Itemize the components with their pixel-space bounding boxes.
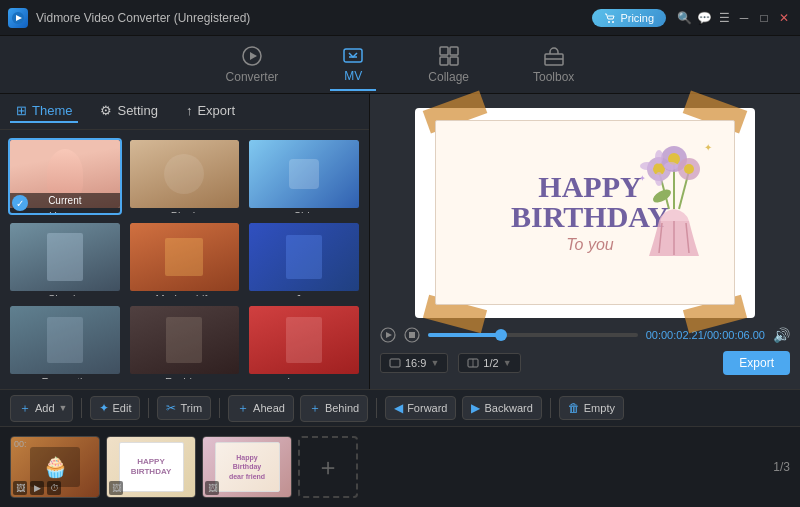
svg-text:✦: ✦	[639, 174, 646, 183]
tab-setting[interactable]: ⚙ Setting	[94, 100, 163, 123]
svg-point-20	[651, 187, 673, 206]
aspect-dropdown-arrow: ▼	[430, 358, 439, 368]
nav-collage[interactable]: Collage	[416, 39, 481, 90]
theme-romantic[interactable]: Romantic	[8, 304, 122, 381]
svg-point-3	[612, 21, 614, 23]
timeline-clip-2[interactable]: HAPPYBIRTHDAY 🖼	[106, 436, 196, 498]
nav-toolbox[interactable]: Toolbox	[521, 39, 586, 90]
app-title: Vidmore Video Converter (Unregistered)	[36, 11, 592, 25]
timeline-clip-1[interactable]: 🧁 00: 🖼 ▶ ⏱	[10, 436, 100, 498]
nav-converter[interactable]: Converter	[214, 39, 291, 90]
nav-mv[interactable]: MV	[330, 38, 376, 91]
timeline-add-button[interactable]: ＋	[298, 436, 358, 498]
add-button[interactable]: ＋ Add ▼	[10, 395, 73, 422]
nav-bar: Converter MV Collage Toolbox	[0, 36, 800, 94]
toolbar: ＋ Add ▼ ✦ Edit ✂ Trim ＋ Ahead ＋ Behind ◀…	[0, 389, 800, 427]
trim-button[interactable]: ✂ Trim	[157, 396, 211, 420]
clip1-photo-icon: 🖼	[13, 481, 27, 495]
play-button[interactable]	[380, 327, 396, 343]
svg-rect-9	[450, 47, 458, 55]
backward-button[interactable]: ▶ Backward	[462, 396, 541, 420]
flower-svg: ✦ ✦	[624, 131, 724, 261]
edit-button[interactable]: ✦ Edit	[90, 396, 141, 420]
theme-simple[interactable]: Simple	[8, 221, 122, 298]
messages-button[interactable]: 💬	[696, 10, 712, 26]
clip1-clock-icon: ⏱	[47, 481, 61, 495]
theme-thumb-leisure	[249, 306, 359, 374]
maximize-button[interactable]: □	[756, 10, 772, 26]
behind-button[interactable]: ＋ Behind	[300, 395, 368, 422]
toolbox-icon	[543, 45, 565, 67]
preview-frame: ✦ ✦ HAPPY BIRTHDAY To you	[415, 108, 755, 318]
page-indicator: 1/3	[773, 460, 790, 474]
clip2-photo-icon: 🖼	[109, 481, 123, 495]
clip1-play-icon: ▶	[30, 481, 44, 495]
aspect-ratio-icon	[389, 358, 401, 368]
theme-modern-life[interactable]: Modern Life	[128, 221, 242, 298]
player-controls: 00:00:02.21/00:00:06.00 🔊	[380, 321, 790, 347]
export-button[interactable]: Export	[723, 351, 790, 375]
sep-1	[81, 398, 82, 418]
empty-icon: 🗑	[568, 401, 580, 415]
theme-happy[interactable]: Current Happy ✓	[8, 138, 122, 215]
format-left: 16:9 ▼ 1/2 ▼	[380, 353, 521, 373]
svg-text:✦: ✦	[704, 142, 712, 153]
converter-icon	[241, 45, 263, 67]
svg-point-28	[640, 162, 654, 170]
theme-thumb-chic	[249, 140, 359, 208]
progress-bar[interactable]	[428, 333, 638, 337]
backward-icon: ▶	[471, 401, 480, 415]
tab-theme[interactable]: ⊞ Theme	[10, 100, 78, 123]
search-button[interactable]: 🔍	[676, 10, 692, 26]
theme-chic-label: Chic	[249, 208, 359, 215]
tab-export[interactable]: ↑ Export	[180, 100, 241, 123]
minimize-button[interactable]: ─	[736, 10, 752, 26]
aspect-ratio-select[interactable]: 16:9 ▼	[380, 353, 448, 373]
stop-button[interactable]	[404, 327, 420, 343]
add-plus-icon: ＋	[316, 451, 340, 483]
empty-button[interactable]: 🗑 Empty	[559, 396, 624, 420]
format-bar: 16:9 ▼ 1/2 ▼ Export	[380, 347, 790, 379]
clip2-icons: 🖼	[109, 481, 123, 495]
main-area: ⊞ Theme ⚙ Setting ↑ Export	[0, 94, 800, 389]
timeline-clip-3[interactable]: HappyBirthdaydear friend 🖼	[202, 436, 292, 498]
close-button[interactable]: ✕	[776, 10, 792, 26]
theme-blank[interactable]: Blank	[128, 138, 242, 215]
theme-chic[interactable]: Chic	[247, 138, 361, 215]
edit-icon: ✦	[99, 401, 109, 415]
volume-button[interactable]: 🔊	[773, 327, 790, 343]
export-tab-icon: ↑	[186, 103, 193, 118]
ahead-button[interactable]: ＋ Ahead	[228, 395, 294, 422]
mv-icon	[342, 44, 364, 66]
behind-icon: ＋	[309, 400, 321, 417]
preview-area: ✦ ✦ HAPPY BIRTHDAY To you	[380, 104, 790, 321]
clip1-time: 00:	[14, 439, 27, 449]
cart-icon	[604, 12, 616, 24]
theme-grid: Current Happy ✓ Blank	[0, 130, 369, 389]
theme-leisure[interactable]: Lesure	[247, 304, 361, 381]
theme-modernlife-label: Modern Life	[130, 291, 240, 298]
menu-button[interactable]: ☰	[716, 10, 732, 26]
theme-thumb-romantic	[10, 306, 120, 374]
left-panel: ⊞ Theme ⚙ Setting ↑ Export	[0, 94, 370, 389]
pricing-button[interactable]: Pricing	[592, 9, 666, 27]
forward-button[interactable]: ◀ Forward	[385, 396, 456, 420]
collage-icon	[438, 45, 460, 67]
setting-tab-icon: ⚙	[100, 103, 112, 118]
clip3-photo-icon: 🖼	[205, 481, 219, 495]
add-arrow: ▼	[59, 403, 68, 413]
resolution-select[interactable]: 1/2 ▼	[458, 353, 520, 373]
resolution-icon	[467, 358, 479, 368]
stop-icon	[404, 327, 420, 343]
svg-point-27	[655, 150, 663, 164]
theme-joy[interactable]: Joy	[247, 221, 361, 298]
theme-thumb-joy	[249, 223, 359, 291]
right-panel: ✦ ✦ HAPPY BIRTHDAY To you	[370, 94, 800, 389]
theme-fashion[interactable]: Fashion	[128, 304, 242, 381]
clip3-icons: 🖼	[205, 481, 219, 495]
app-logo	[8, 8, 28, 28]
sep-2	[148, 398, 149, 418]
theme-fashion-label: Fashion	[130, 374, 240, 381]
clip1-icons: 🖼 ▶ ⏱	[13, 481, 61, 495]
theme-simple-label: Simple	[10, 291, 120, 298]
